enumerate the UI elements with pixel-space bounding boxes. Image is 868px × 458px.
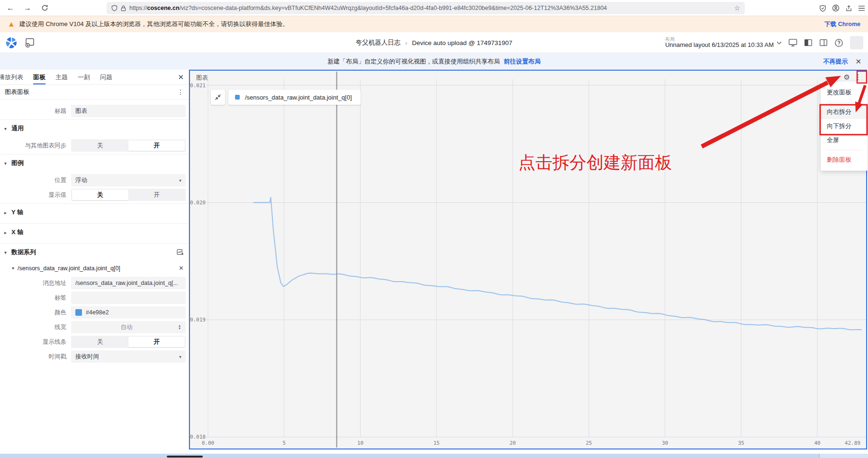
- close-hint-icon[interactable]: ✕: [855, 57, 861, 66]
- svg-text:10: 10: [357, 440, 363, 446]
- sync-field-label: 与其他图表同步: [0, 142, 71, 150]
- warning-text: 建议使用 Chrome V104 及以上版本的浏览器，其他浏览器可能功能不全，请…: [19, 20, 289, 28]
- line-width-stepper[interactable]: 自动 ▴▾: [71, 321, 186, 333]
- url-text: https://coscene.cn/viz?ds=coscene-data-p…: [129, 5, 730, 11]
- svg-text:30: 30: [662, 440, 668, 446]
- caret-down-icon: ▾: [4, 250, 8, 255]
- caret-down-icon: ▾: [4, 161, 8, 166]
- color-field-label: 颜色: [0, 309, 71, 317]
- bookmark-star-icon[interactable]: ☆: [734, 4, 740, 12]
- remove-series-icon[interactable]: ✕: [179, 265, 184, 272]
- tab-issue[interactable]: 问题: [100, 70, 112, 84]
- tab-panel[interactable]: 面板: [33, 70, 45, 84]
- browser-warning-banner: ▲ 建议使用 Chrome V104 及以上版本的浏览器，其他浏览器可能功能不全…: [0, 16, 868, 32]
- color-swatch[interactable]: [75, 309, 82, 316]
- reload-button[interactable]: [38, 2, 51, 14]
- reload-icon: [41, 4, 48, 11]
- close-sidebar-icon[interactable]: ✕: [178, 73, 184, 82]
- playback-progress-bar[interactable]: [0, 454, 868, 458]
- sync-toggle[interactable]: 关 开: [71, 139, 186, 152]
- breadcrumb-chevron-icon: ›: [405, 39, 407, 46]
- layout-selector[interactable]: 布局 Unnamed layout 6/13/2025 at 10:33 AM: [665, 37, 782, 49]
- scrollbar-thumb[interactable]: [167, 456, 203, 458]
- show-values-on-option[interactable]: 开: [128, 190, 185, 200]
- caret-right-icon: ▸: [4, 210, 8, 215]
- menu-divider: [826, 102, 862, 102]
- svg-text:40: 40: [814, 440, 820, 446]
- add-series-icon[interactable]: [177, 249, 184, 256]
- section-legend[interactable]: ▾ 图例: [0, 154, 189, 172]
- tag-input[interactable]: [71, 292, 186, 304]
- section-general[interactable]: ▾ 通用: [0, 119, 189, 137]
- section-y-axis[interactable]: ▸ Y 轴: [0, 203, 189, 221]
- menu-item-split-right[interactable]: 向右拆分: [821, 105, 868, 119]
- line-chart[interactable]: 0.0210.0200.0190.0180.005101520253035404…: [190, 71, 866, 449]
- chart-panel[interactable]: 0.0210.0200.0190.0180.005101520253035404…: [189, 70, 867, 449]
- stepper-arrows-icon[interactable]: ▴▾: [178, 324, 181, 330]
- forward-button[interactable]: →: [21, 2, 34, 14]
- svg-text:0.021: 0.021: [190, 82, 206, 89]
- menu-item-fullscreen[interactable]: 全屏: [821, 133, 868, 147]
- sync-on-option[interactable]: 开: [128, 140, 185, 151]
- screen-share-icon[interactable]: [788, 38, 797, 47]
- section-x-axis[interactable]: ▸ X 轴: [0, 223, 189, 241]
- color-input[interactable]: #4e98e2: [71, 306, 186, 319]
- caret-down-icon: ▾: [12, 266, 14, 271]
- menu-item-split-down[interactable]: 向下拆分: [821, 119, 868, 133]
- goto-layout-settings-link[interactable]: 前往设置布局: [504, 57, 541, 66]
- menu-icon[interactable]: [858, 5, 865, 11]
- show-values-toggle[interactable]: 关 开: [71, 189, 186, 201]
- series-item-header[interactable]: ▾ /sensors_data_raw.joint_data.joint_q[0…: [0, 261, 189, 275]
- share-icon[interactable]: [845, 5, 852, 12]
- menu-item-delete-panel[interactable]: 删除面板: [821, 153, 868, 167]
- back-button[interactable]: ←: [4, 2, 17, 14]
- tab-playlist[interactable]: 播放列表: [0, 70, 23, 84]
- svg-text:0.018: 0.018: [190, 434, 206, 440]
- breadcrumb-project[interactable]: 夸父机器人日志: [356, 38, 401, 47]
- shield-icon[interactable]: [111, 5, 118, 11]
- lock-icon[interactable]: [121, 5, 126, 11]
- collapse-legend-button[interactable]: [211, 90, 225, 105]
- section-series[interactable]: ▾ 数据系列: [0, 243, 189, 261]
- avatar[interactable]: [850, 36, 863, 49]
- right-sidebar-toggle-icon[interactable]: [819, 38, 828, 47]
- svg-text:42.89: 42.89: [845, 440, 860, 446]
- download-chrome-link[interactable]: 下载 Chrome: [824, 20, 860, 28]
- show-values-off-option[interactable]: 关: [72, 190, 128, 200]
- show-line-on-option[interactable]: 开: [128, 337, 185, 347]
- panel-settings-gear-icon[interactable]: ⚙: [844, 73, 850, 82]
- show-line-toggle[interactable]: 关 开: [71, 336, 186, 348]
- help-icon[interactable]: [834, 38, 843, 47]
- title-field-label: 标题: [0, 107, 71, 115]
- warning-icon: ▲: [8, 20, 15, 28]
- caret-down-icon: ▾: [179, 354, 181, 359]
- sync-off-option[interactable]: 关: [72, 140, 128, 151]
- tag-field-label: 标签: [0, 294, 71, 302]
- timestamp-select[interactable]: 接收时间 ▾: [71, 350, 186, 363]
- tab-moment[interactable]: 一刻: [78, 70, 90, 84]
- caret-down-icon: ▾: [4, 126, 8, 131]
- legend-position-select[interactable]: 浮动 ▾: [71, 174, 186, 186]
- chart-legend[interactable]: /sensors_data_raw.joint_data.joint_q[0]: [228, 90, 361, 105]
- topic-field-label: 消息地址: [0, 279, 71, 287]
- panel-menu-kebab-icon[interactable]: ⋮: [854, 73, 862, 82]
- menu-item-change-panel[interactable]: 更改面板: [821, 85, 868, 100]
- show-line-off-option[interactable]: 关: [72, 337, 128, 347]
- url-bar[interactable]: https://coscene.cn/viz?ds=coscene-data-p…: [107, 2, 745, 14]
- dismiss-hint-link[interactable]: 不再提示: [823, 57, 848, 66]
- account-icon[interactable]: [832, 4, 840, 12]
- protection-shield-icon[interactable]: [819, 5, 826, 12]
- breadcrumb-record[interactable]: Device auto upload @ 1749731907: [412, 39, 512, 46]
- panel-settings-kebab-icon[interactable]: ⋮: [177, 88, 184, 96]
- topic-input[interactable]: /sensors_data_raw.joint_data.joint_q[...: [71, 277, 186, 289]
- svg-text:35: 35: [738, 440, 744, 446]
- layout-hint-text: 新建「布局」自定义你的可视化视图，或直接使用组织共享布局: [327, 57, 500, 66]
- playback-buffer-segment: [819, 454, 868, 458]
- tab-theme[interactable]: 主题: [55, 70, 68, 84]
- left-sidebar-toggle-icon[interactable]: [804, 38, 813, 47]
- legend-series-name: /sensors_data_raw.joint_data.joint_q[0]: [245, 94, 352, 101]
- svg-text:0.00: 0.00: [202, 440, 215, 446]
- bottom-gap: [0, 449, 868, 454]
- browser-toolbar: ← → https://coscene.cn/viz?ds=coscene-da…: [0, 0, 868, 16]
- title-input[interactable]: 图表: [71, 105, 186, 117]
